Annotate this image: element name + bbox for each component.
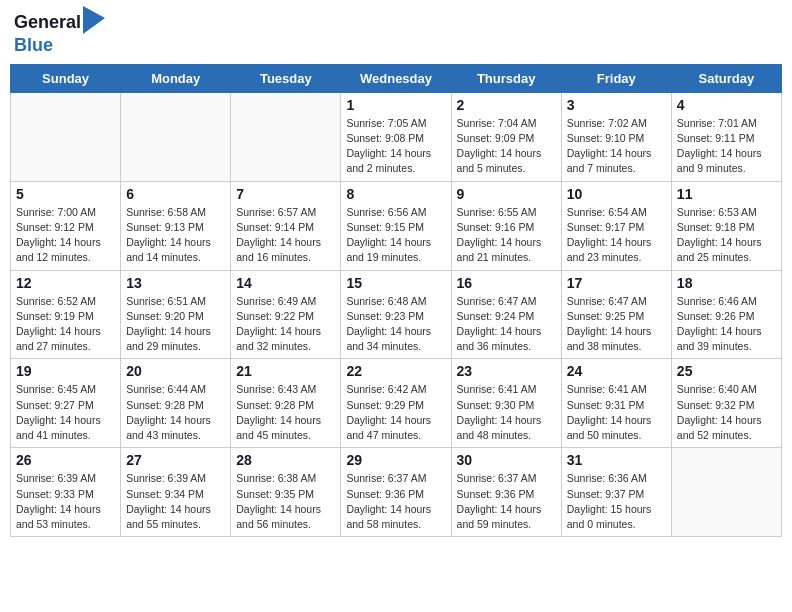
day-number: 8 [346,186,445,202]
day-number: 20 [126,363,225,379]
day-info: Sunrise: 6:38 AMSunset: 9:35 PMDaylight:… [236,471,335,532]
day-info: Sunrise: 6:41 AMSunset: 9:31 PMDaylight:… [567,382,666,443]
day-number: 24 [567,363,666,379]
calendar-cell: 22Sunrise: 6:42 AMSunset: 9:29 PMDayligh… [341,359,451,448]
calendar-cell: 4Sunrise: 7:01 AMSunset: 9:11 PMDaylight… [671,92,781,181]
calendar-cell: 13Sunrise: 6:51 AMSunset: 9:20 PMDayligh… [121,270,231,359]
day-number: 4 [677,97,776,113]
day-info: Sunrise: 6:39 AMSunset: 9:34 PMDaylight:… [126,471,225,532]
calendar-cell: 26Sunrise: 6:39 AMSunset: 9:33 PMDayligh… [11,448,121,537]
day-number: 17 [567,275,666,291]
calendar-cell: 2Sunrise: 7:04 AMSunset: 9:09 PMDaylight… [451,92,561,181]
calendar-week-5: 26Sunrise: 6:39 AMSunset: 9:33 PMDayligh… [11,448,782,537]
calendar-cell [121,92,231,181]
day-info: Sunrise: 6:57 AMSunset: 9:14 PMDaylight:… [236,205,335,266]
day-number: 25 [677,363,776,379]
calendar-cell: 7Sunrise: 6:57 AMSunset: 9:14 PMDaylight… [231,181,341,270]
day-number: 11 [677,186,776,202]
svg-marker-0 [83,6,105,34]
calendar-cell: 14Sunrise: 6:49 AMSunset: 9:22 PMDayligh… [231,270,341,359]
calendar-cell: 17Sunrise: 6:47 AMSunset: 9:25 PMDayligh… [561,270,671,359]
day-info: Sunrise: 7:02 AMSunset: 9:10 PMDaylight:… [567,116,666,177]
day-info: Sunrise: 6:44 AMSunset: 9:28 PMDaylight:… [126,382,225,443]
day-info: Sunrise: 7:04 AMSunset: 9:09 PMDaylight:… [457,116,556,177]
calendar-cell: 1Sunrise: 7:05 AMSunset: 9:08 PMDaylight… [341,92,451,181]
calendar-cell: 6Sunrise: 6:58 AMSunset: 9:13 PMDaylight… [121,181,231,270]
day-number: 26 [16,452,115,468]
day-info: Sunrise: 6:52 AMSunset: 9:19 PMDaylight:… [16,294,115,355]
day-info: Sunrise: 7:01 AMSunset: 9:11 PMDaylight:… [677,116,776,177]
calendar-cell: 3Sunrise: 7:02 AMSunset: 9:10 PMDaylight… [561,92,671,181]
day-info: Sunrise: 6:39 AMSunset: 9:33 PMDaylight:… [16,471,115,532]
day-number: 13 [126,275,225,291]
day-info: Sunrise: 6:56 AMSunset: 9:15 PMDaylight:… [346,205,445,266]
day-number: 18 [677,275,776,291]
day-info: Sunrise: 7:05 AMSunset: 9:08 PMDaylight:… [346,116,445,177]
calendar-cell [231,92,341,181]
calendar-cell: 27Sunrise: 6:39 AMSunset: 9:34 PMDayligh… [121,448,231,537]
day-number: 3 [567,97,666,113]
day-info: Sunrise: 6:43 AMSunset: 9:28 PMDaylight:… [236,382,335,443]
day-info: Sunrise: 6:48 AMSunset: 9:23 PMDaylight:… [346,294,445,355]
calendar-cell: 28Sunrise: 6:38 AMSunset: 9:35 PMDayligh… [231,448,341,537]
calendar-table: SundayMondayTuesdayWednesdayThursdayFrid… [10,64,782,537]
day-number: 23 [457,363,556,379]
day-info: Sunrise: 6:47 AMSunset: 9:24 PMDaylight:… [457,294,556,355]
day-number: 28 [236,452,335,468]
day-info: Sunrise: 6:41 AMSunset: 9:30 PMDaylight:… [457,382,556,443]
day-number: 29 [346,452,445,468]
day-number: 1 [346,97,445,113]
day-info: Sunrise: 6:36 AMSunset: 9:37 PMDaylight:… [567,471,666,532]
day-number: 7 [236,186,335,202]
day-info: Sunrise: 6:58 AMSunset: 9:13 PMDaylight:… [126,205,225,266]
calendar-cell: 11Sunrise: 6:53 AMSunset: 9:18 PMDayligh… [671,181,781,270]
day-number: 31 [567,452,666,468]
day-number: 21 [236,363,335,379]
calendar-cell: 15Sunrise: 6:48 AMSunset: 9:23 PMDayligh… [341,270,451,359]
day-number: 30 [457,452,556,468]
day-info: Sunrise: 6:49 AMSunset: 9:22 PMDaylight:… [236,294,335,355]
day-info: Sunrise: 6:51 AMSunset: 9:20 PMDaylight:… [126,294,225,355]
calendar-cell: 30Sunrise: 6:37 AMSunset: 9:36 PMDayligh… [451,448,561,537]
calendar-cell: 5Sunrise: 7:00 AMSunset: 9:12 PMDaylight… [11,181,121,270]
day-info: Sunrise: 6:45 AMSunset: 9:27 PMDaylight:… [16,382,115,443]
calendar-cell: 20Sunrise: 6:44 AMSunset: 9:28 PMDayligh… [121,359,231,448]
calendar-cell [11,92,121,181]
col-header-saturday: Saturday [671,64,781,92]
day-number: 10 [567,186,666,202]
col-header-monday: Monday [121,64,231,92]
day-number: 27 [126,452,225,468]
calendar-cell: 19Sunrise: 6:45 AMSunset: 9:27 PMDayligh… [11,359,121,448]
calendar-cell: 29Sunrise: 6:37 AMSunset: 9:36 PMDayligh… [341,448,451,537]
day-info: Sunrise: 6:42 AMSunset: 9:29 PMDaylight:… [346,382,445,443]
calendar-cell: 10Sunrise: 6:54 AMSunset: 9:17 PMDayligh… [561,181,671,270]
calendar-cell: 12Sunrise: 6:52 AMSunset: 9:19 PMDayligh… [11,270,121,359]
calendar-cell: 25Sunrise: 6:40 AMSunset: 9:32 PMDayligh… [671,359,781,448]
day-number: 14 [236,275,335,291]
day-number: 19 [16,363,115,379]
col-header-tuesday: Tuesday [231,64,341,92]
calendar-cell [671,448,781,537]
day-info: Sunrise: 6:55 AMSunset: 9:16 PMDaylight:… [457,205,556,266]
day-info: Sunrise: 6:37 AMSunset: 9:36 PMDaylight:… [346,471,445,532]
calendar-cell: 21Sunrise: 6:43 AMSunset: 9:28 PMDayligh… [231,359,341,448]
day-number: 12 [16,275,115,291]
calendar-header-row: SundayMondayTuesdayWednesdayThursdayFrid… [11,64,782,92]
calendar-cell: 18Sunrise: 6:46 AMSunset: 9:26 PMDayligh… [671,270,781,359]
day-info: Sunrise: 6:53 AMSunset: 9:18 PMDaylight:… [677,205,776,266]
day-info: Sunrise: 6:37 AMSunset: 9:36 PMDaylight:… [457,471,556,532]
calendar-cell: 9Sunrise: 6:55 AMSunset: 9:16 PMDaylight… [451,181,561,270]
day-number: 16 [457,275,556,291]
calendar-week-2: 5Sunrise: 7:00 AMSunset: 9:12 PMDaylight… [11,181,782,270]
logo-icon [83,6,105,36]
day-number: 2 [457,97,556,113]
day-info: Sunrise: 6:40 AMSunset: 9:32 PMDaylight:… [677,382,776,443]
day-info: Sunrise: 6:47 AMSunset: 9:25 PMDaylight:… [567,294,666,355]
day-info: Sunrise: 6:54 AMSunset: 9:17 PMDaylight:… [567,205,666,266]
logo-text-general: General [14,13,81,33]
day-number: 15 [346,275,445,291]
calendar-cell: 31Sunrise: 6:36 AMSunset: 9:37 PMDayligh… [561,448,671,537]
logo-text-blue: Blue [14,36,105,56]
calendar-week-1: 1Sunrise: 7:05 AMSunset: 9:08 PMDaylight… [11,92,782,181]
calendar-cell: 16Sunrise: 6:47 AMSunset: 9:24 PMDayligh… [451,270,561,359]
